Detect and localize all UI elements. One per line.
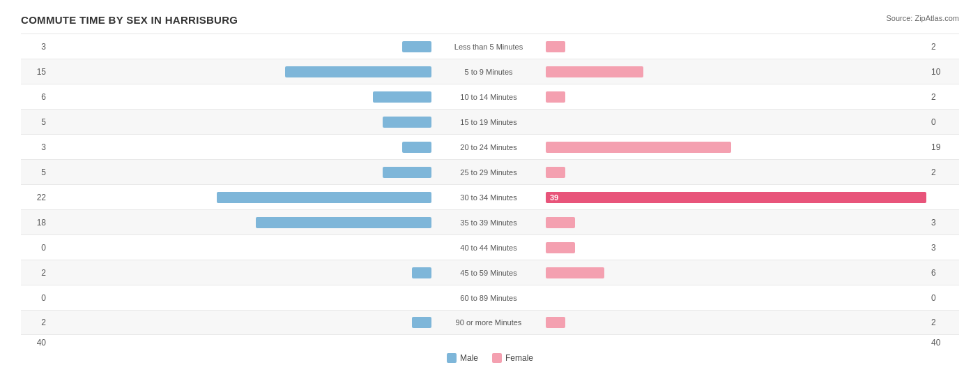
male-bar-side <box>50 117 431 128</box>
male-bar <box>285 66 431 77</box>
table-row: 1835 to 39 Minutes3 <box>21 209 959 234</box>
axis-left-label: 40 <box>21 338 50 348</box>
row-label: 40 to 44 Minutes <box>433 244 544 252</box>
male-bar-side <box>50 267 431 278</box>
bar-container: 60 to 89 Minutes <box>50 292 927 304</box>
legend-male-box <box>447 353 457 363</box>
male-bar-side <box>50 167 431 178</box>
table-row: 610 to 14 Minutes2 <box>21 84 959 109</box>
row-label: 30 to 34 Minutes <box>433 193 544 202</box>
male-bar <box>402 41 431 52</box>
female-value: 2 <box>927 167 959 177</box>
female-bar <box>546 91 565 103</box>
female-bar: 39 <box>546 192 926 203</box>
table-row: 525 to 29 Minutes2 <box>21 159 959 184</box>
female-bar <box>546 217 575 228</box>
female-bar-side <box>546 117 927 128</box>
female-bar-side <box>546 242 927 253</box>
male-value: 15 <box>21 67 50 77</box>
male-value: 18 <box>21 218 50 228</box>
female-bar <box>546 267 604 278</box>
female-bar-side <box>546 292 927 304</box>
female-bar-side <box>546 217 927 228</box>
female-bar <box>546 41 565 52</box>
chart-wrapper: COMMUTE TIME BY SEX IN HARRISBURG Source… <box>21 14 959 363</box>
table-row: 245 to 59 Minutes6 <box>21 260 959 285</box>
bar-container: 30 to 34 Minutes39 <box>50 192 927 203</box>
male-value: 0 <box>21 243 50 253</box>
male-bar-side <box>50 317 431 328</box>
table-row: 040 to 44 Minutes3 <box>21 234 959 260</box>
bar-container: 10 to 14 Minutes <box>50 91 927 103</box>
female-value: 2 <box>927 42 959 52</box>
bar-container: Less than 5 Minutes <box>50 41 927 52</box>
male-value: 5 <box>21 167 50 177</box>
female-bar <box>546 142 731 153</box>
male-bar <box>383 117 431 128</box>
male-bar-side <box>50 91 431 103</box>
table-row: 290 or more Minutes2 <box>21 310 959 335</box>
row-label: 5 to 9 Minutes <box>433 68 544 76</box>
male-value: 0 <box>21 293 50 303</box>
bar-container: 20 to 24 Minutes <box>50 142 927 153</box>
male-bar <box>412 317 431 328</box>
row-label: 20 to 24 Minutes <box>433 143 544 151</box>
row-label: 35 to 39 Minutes <box>433 218 544 227</box>
female-value: 2 <box>927 318 959 327</box>
chart-title: COMMUTE TIME BY SEX IN HARRISBURG <box>21 14 238 26</box>
male-value: 3 <box>21 142 50 152</box>
legend-male: Male <box>447 353 478 363</box>
source-label: Source: ZipAtlas.com <box>886 14 959 22</box>
male-value: 6 <box>21 92 50 102</box>
chart-area: 3Less than 5 Minutes2155 to 9 Minutes106… <box>21 33 959 335</box>
female-bar-side <box>546 267 927 278</box>
axis-right-label: 40 <box>927 338 959 348</box>
male-value: 3 <box>21 42 50 52</box>
male-bar-side <box>50 66 431 77</box>
table-row: 060 to 89 Minutes0 <box>21 285 959 310</box>
row-label: Less than 5 Minutes <box>433 43 544 51</box>
row-label: 10 to 14 Minutes <box>433 93 544 101</box>
female-bar-side <box>546 142 927 153</box>
male-bar-side <box>50 217 431 228</box>
legend-female-label: Female <box>505 353 533 363</box>
bar-container: 45 to 59 Minutes <box>50 267 927 278</box>
female-value: 0 <box>927 117 959 127</box>
bar-container: 25 to 29 Minutes <box>50 167 927 178</box>
female-bar <box>546 242 575 253</box>
legend-female: Female <box>492 353 533 363</box>
bar-container: 5 to 9 Minutes <box>50 66 927 77</box>
male-bar <box>373 91 431 103</box>
female-value: 0 <box>927 293 959 303</box>
bar-container: 40 to 44 Minutes <box>50 242 927 253</box>
male-bar <box>383 167 431 178</box>
female-bar <box>546 66 643 77</box>
row-label: 45 to 59 Minutes <box>433 269 544 277</box>
table-row: 515 to 19 Minutes0 <box>21 109 959 134</box>
male-value: 2 <box>21 318 50 327</box>
female-value: 2 <box>927 92 959 102</box>
male-bar-side <box>50 142 431 153</box>
legend-male-label: Male <box>460 353 478 363</box>
male-bar-side <box>50 192 431 203</box>
male-bar-side <box>50 292 431 304</box>
male-bar-side <box>50 242 431 253</box>
male-bar <box>402 142 431 153</box>
legend-female-box <box>492 353 502 363</box>
female-value: 19 <box>927 142 959 152</box>
male-value: 22 <box>21 193 50 202</box>
female-value: 3 <box>927 243 959 253</box>
male-bar <box>217 192 431 203</box>
table-row: 320 to 24 Minutes19 <box>21 134 959 159</box>
bar-container: 90 or more Minutes <box>50 317 927 328</box>
female-bar-side <box>546 91 927 103</box>
table-row: 2230 to 34 Minutes39 <box>21 184 959 209</box>
row-label: 15 to 19 Minutes <box>433 118 544 126</box>
bar-container: 35 to 39 Minutes <box>50 217 927 228</box>
bar-container: 15 to 19 Minutes <box>50 117 927 128</box>
male-value: 5 <box>21 117 50 127</box>
row-label: 60 to 89 Minutes <box>433 294 544 302</box>
male-bar <box>412 267 431 278</box>
female-value: 3 <box>927 218 959 228</box>
female-bar-side: 39 <box>546 192 927 203</box>
